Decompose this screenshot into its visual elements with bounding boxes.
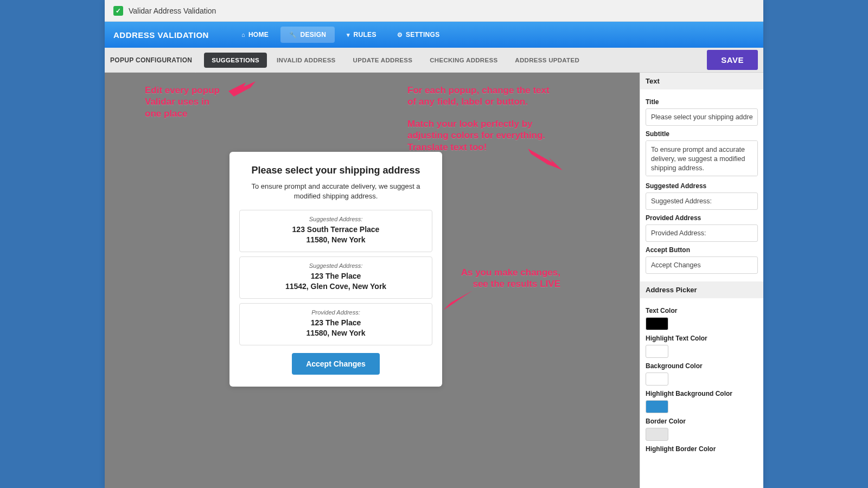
save-button[interactable]: SAVE: [707, 50, 758, 70]
field-label: Subtitle: [646, 130, 758, 138]
field-label: Border Color: [646, 418, 758, 425]
annotation-live-preview: As you make changes, see the results LIV…: [452, 267, 560, 290]
arrow-icon: [443, 288, 476, 310]
address-line: 11542, Glen Cove, New York: [244, 281, 427, 292]
popup-title: Please select your shipping address: [239, 165, 432, 176]
field-label: Text Color: [646, 307, 758, 314]
field-label: Background Color: [646, 362, 758, 370]
wrench-icon: 🔧: [289, 31, 297, 38]
arrow-icon: [228, 80, 256, 99]
accept-changes-button[interactable]: Accept Changes: [292, 353, 380, 375]
section-text-heading: Text: [640, 73, 763, 89]
section-text-body: Title Subtitle Suggested Address Provide…: [640, 89, 763, 281]
field-label: Highlight Background Color: [646, 390, 758, 397]
tab-checking-address[interactable]: CHECKING ADDRESS: [422, 53, 505, 68]
field-label: Provided Address: [646, 214, 758, 222]
field-label: Suggested Address: [646, 182, 758, 190]
preview-canvas: Edit every popup Validar uses in one pla…: [105, 73, 640, 488]
annotation-change-text: For each popup, change the text of any f…: [407, 85, 559, 108]
address-line: 123 South Terrace Place: [244, 224, 427, 235]
highlight-background-color-swatch[interactable]: [646, 400, 668, 413]
nav-design-label: DESIGN: [300, 31, 326, 38]
section-picker-body: Text Color Highlight Text Color Backgrou…: [640, 298, 763, 463]
address-label: Suggested Address:: [244, 216, 427, 222]
filter-icon: ▾: [347, 31, 350, 38]
section-picker-heading: Address Picker: [640, 281, 763, 298]
suggested-address-input[interactable]: [646, 192, 758, 210]
address-label: Provided Address:: [244, 309, 427, 316]
tab-invalid-address[interactable]: INVALID ADDRESS: [269, 53, 343, 68]
app-frame: Validar Address Validation ADDRESS VALID…: [105, 0, 763, 488]
nav-settings[interactable]: ⚙ SETTINGS: [388, 27, 449, 43]
nav-settings-label: SETTINGS: [406, 31, 439, 38]
nav-section-title: ADDRESS VALIDATION: [111, 30, 215, 40]
border-color-swatch[interactable]: [646, 428, 668, 441]
topbar: Validar Address Validation: [105, 0, 763, 22]
tab-address-updated[interactable]: ADDRESS UPDATED: [507, 53, 587, 68]
tab-update-address[interactable]: UPDATE ADDRESS: [346, 53, 420, 68]
address-option[interactable]: Suggested Address: 123 The Place 11542, …: [239, 256, 432, 299]
address-line: 123 The Place: [244, 318, 427, 328]
svg-marker-0: [228, 81, 256, 97]
field-label: Title: [646, 98, 758, 106]
nav-rules[interactable]: ▾ RULES: [338, 27, 385, 43]
app-title: Validar Address Validation: [129, 7, 216, 15]
popup-subtitle: To ensure prompt and accurate delivery, …: [239, 182, 432, 201]
popup-config-label: POPUP CONFIGURATION: [110, 56, 202, 64]
provided-address-input[interactable]: [646, 224, 758, 242]
field-label: Accept Button: [646, 246, 758, 254]
background-color-swatch[interactable]: [646, 373, 668, 386]
svg-marker-2: [443, 288, 476, 310]
nav-rules-label: RULES: [354, 31, 376, 38]
popup-preview: Please select your shipping address To e…: [229, 152, 442, 387]
shield-check-icon: [113, 6, 123, 16]
home-icon: ⌂: [241, 31, 245, 38]
annotation-match-look: Match your look perfectly by adjusting c…: [407, 118, 548, 153]
tab-suggestions[interactable]: SUGGESTIONS: [204, 53, 267, 68]
accept-button-input[interactable]: [646, 256, 758, 274]
address-line: 11580, New York: [244, 235, 427, 245]
title-input[interactable]: [646, 108, 758, 126]
text-color-swatch[interactable]: [646, 317, 668, 330]
field-label: Highlight Text Color: [646, 335, 758, 342]
arrow-icon: [528, 149, 563, 172]
primary-nav: ADDRESS VALIDATION ⌂ HOME 🔧 DESIGN ▾ RUL…: [105, 22, 763, 48]
address-label: Suggested Address:: [244, 262, 427, 269]
address-option[interactable]: Suggested Address: 123 South Terrace Pla…: [239, 210, 432, 252]
popup-config-tabs: POPUP CONFIGURATION SUGGESTIONS INVALID …: [105, 48, 763, 73]
main-area: Edit every popup Validar uses in one pla…: [105, 73, 763, 488]
address-option[interactable]: Provided Address: 123 The Place 11580, N…: [239, 303, 432, 345]
subtitle-input[interactable]: [646, 140, 758, 176]
address-line: 123 The Place: [244, 271, 427, 281]
nav-home[interactable]: ⌂ HOME: [233, 27, 277, 43]
nav-home-label: HOME: [248, 31, 269, 38]
highlight-text-color-swatch[interactable]: [646, 345, 668, 358]
gear-icon: ⚙: [397, 31, 403, 38]
field-label: Highlight Border Color: [646, 445, 758, 453]
svg-marker-1: [528, 149, 563, 170]
properties-sidebar[interactable]: Text Title Subtitle Suggested Address Pr…: [640, 73, 763, 488]
nav-design[interactable]: 🔧 DESIGN: [280, 27, 335, 43]
address-line: 11580, New York: [244, 328, 427, 338]
